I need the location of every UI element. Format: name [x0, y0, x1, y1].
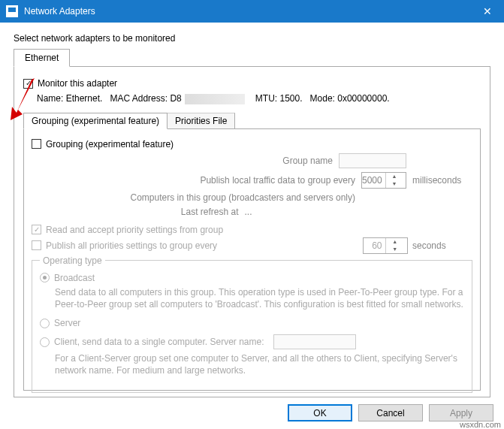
- adapter-panel: Monitor this adapter Name: Ethernet. MAC…: [14, 67, 490, 397]
- sub-tabs: Grouping (experimental feature) Prioriti…: [23, 112, 481, 129]
- group-name-input[interactable]: [339, 153, 406, 168]
- group-name-label: Group name: [32, 156, 333, 166]
- publish-traffic-spinner[interactable]: 5000 ▲▼: [361, 172, 406, 189]
- window-title: Network Adapters: [24, 6, 470, 17]
- publish-priorities-unit: seconds: [412, 240, 472, 251]
- publish-priorities-label: Publish all priorities settings to group…: [46, 240, 294, 251]
- publish-priorities-spinner[interactable]: 60 ▲▼: [363, 237, 408, 254]
- publish-traffic-unit: milliseconds: [412, 175, 472, 186]
- client-radio[interactable]: [40, 337, 50, 347]
- chevron-down-icon[interactable]: ▼: [386, 246, 405, 253]
- publish-priorities-checkbox[interactable]: [32, 240, 41, 250]
- ok-button[interactable]: OK: [288, 404, 352, 421]
- close-button[interactable]: ✕: [470, 0, 504, 23]
- mac-redacted: [185, 94, 245, 104]
- broadcast-radio[interactable]: [40, 273, 50, 282]
- monitor-adapter-label: Monitor this adapter: [38, 78, 117, 89]
- dialog-button-bar: OK Cancel Apply: [288, 404, 493, 421]
- computers-note: Computers in this group (broadcasters an…: [32, 192, 355, 203]
- adapter-tabs: Ethernet: [14, 48, 490, 67]
- adapter-info: Name: Ethernet. MAC Address: D8 MTU: 150…: [37, 93, 481, 104]
- grouping-enable-checkbox[interactable]: [32, 139, 41, 149]
- grouping-enable-label: Grouping (experimental feature): [46, 139, 174, 150]
- operating-type-legend: Operating type: [40, 255, 105, 266]
- apply-button[interactable]: Apply: [429, 404, 493, 421]
- last-refresh-value: ...: [245, 207, 260, 217]
- read-accept-checkbox[interactable]: [32, 225, 41, 234]
- watermark: wsxdn.com: [460, 420, 501, 429]
- last-refresh-label: Last refresh at: [32, 207, 239, 217]
- title-bar: Network Adapters ✕: [0, 0, 504, 23]
- read-accept-label: Read and accept priority settings from g…: [46, 225, 223, 235]
- client-label: Client, send data to a single computer. …: [54, 337, 264, 347]
- client-desc: For a Client-Server group set one comput…: [55, 352, 464, 376]
- server-label: Server: [54, 318, 80, 328]
- grouping-panel: Grouping (experimental feature) Group na…: [23, 129, 481, 391]
- client-servername-input[interactable]: [273, 334, 356, 349]
- broadcast-label: Broadcast: [54, 273, 95, 283]
- app-icon: [6, 5, 18, 17]
- chevron-down-icon[interactable]: ▼: [386, 180, 403, 188]
- operating-type-group: Operating type Broadcast Send data to al…: [32, 260, 472, 393]
- publish-traffic-label: Publish local traffic data to group ever…: [32, 175, 355, 186]
- server-radio[interactable]: [40, 319, 50, 328]
- tab-priorities[interactable]: Priorities File: [167, 113, 235, 129]
- chevron-up-icon[interactable]: ▲: [386, 238, 405, 246]
- chevron-up-icon[interactable]: ▲: [386, 173, 403, 180]
- cancel-button[interactable]: Cancel: [358, 404, 423, 421]
- monitor-adapter-checkbox[interactable]: [23, 79, 33, 89]
- tab-ethernet[interactable]: Ethernet: [14, 49, 70, 67]
- broadcast-desc: Send data to all computers in this group…: [55, 286, 464, 310]
- tab-grouping[interactable]: Grouping (experimental feature): [23, 113, 167, 129]
- instruction-text: Select network adapters to be monitored: [14, 33, 490, 44]
